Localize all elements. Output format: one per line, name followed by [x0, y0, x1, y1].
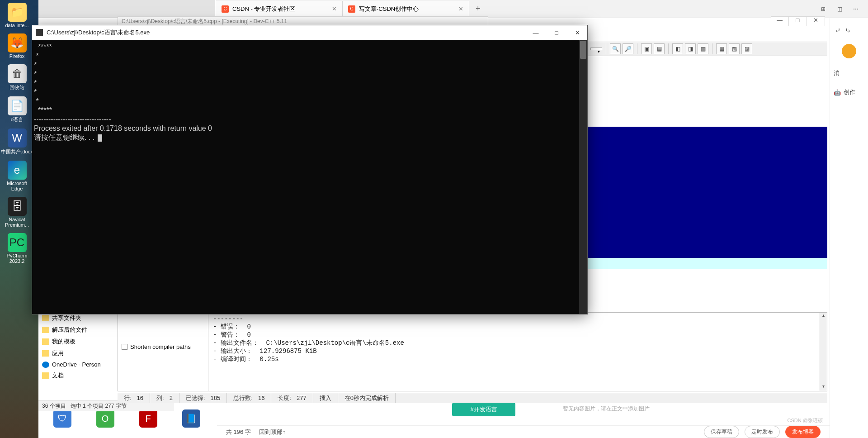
back-icon[interactable]: ⤶: [835, 26, 840, 35]
desktop-icon-clang[interactable]: 📄c语言: [0, 94, 34, 126]
sidebar-messages[interactable]: 消: [830, 64, 868, 83]
shorten-paths-checkbox[interactable]: Shorten compiler paths: [122, 343, 204, 350]
checkbox-icon[interactable]: [122, 344, 127, 350]
browser-ext-icon[interactable]: ◫: [835, 6, 844, 12]
cursor-icon: [98, 134, 102, 142]
tab-csdn-home[interactable]: C CSDN - 专业开发者社区 ✕: [216, 1, 343, 17]
close-icon[interactable]: ✕: [571, 29, 584, 36]
compiler-scrollbar-v[interactable]: ▴ ▾: [819, 313, 827, 391]
publish-button[interactable]: 发布博客: [785, 426, 821, 438]
console-body[interactable]: ***** * * * * * * ***** ----------------…: [32, 40, 587, 314]
debug-icon[interactable]: ▣: [641, 43, 652, 54]
sidebar-create[interactable]: 🤖 创作: [830, 83, 868, 102]
browser-close-icon[interactable]: ⋯: [851, 6, 861, 12]
robot-icon: 🤖: [834, 89, 841, 96]
maximize-icon[interactable]: □: [789, 16, 807, 26]
browser-menu-icon[interactable]: ⊞: [818, 6, 828, 12]
desktop-icon-mcm[interactable]: 📘全国大学生数学建模竞赛..: [174, 409, 208, 438]
tree-item[interactable]: 我的模板: [38, 336, 118, 348]
tab-title: CSDN - 专业开发者社区: [232, 5, 295, 13]
csdn-editor-footer: 共 196 字 回到顶部↑ 保存草稿 定时发布 发布博客: [217, 425, 830, 438]
close-icon[interactable]: ✕: [807, 16, 825, 26]
console-window: C:\Users\zjl\Desktop\c语言\未命名5.exe — □ ✕ …: [32, 25, 588, 314]
avatar[interactable]: [842, 44, 856, 58]
desktop-icon-anaconda[interactable]: OAnaconda Navigato...: [88, 409, 122, 438]
tree-item[interactable]: 文档: [38, 370, 118, 381]
minimize-icon[interactable]: —: [529, 29, 542, 36]
desktop-icon-data[interactable]: 📁data-inte...: [0, 0, 34, 31]
desktop-icon-edge[interactable]: eMicrosoft Edge: [0, 158, 34, 194]
upload-hint: 暂无内容图片，请在正文中添加图片: [563, 405, 650, 413]
file-explorer-tree: 共享文件夹 解压后的文件 我的模板 应用 OneDrive - Person 文…: [38, 312, 118, 407]
tab-csdn-write[interactable]: C 写文章-CSDN创作中心 ✕: [343, 1, 469, 17]
tree-item[interactable]: 解压后的文件: [38, 324, 118, 336]
console-icon: [36, 29, 43, 36]
tab-title: 写文章-CSDN创作中心: [359, 5, 419, 13]
top-partial-strip: [38, 0, 215, 18]
browser-tab-strip: C CSDN - 专业开发者社区 ✕ C 写文章-CSDN创作中心 ✕ + ⊞ …: [216, 0, 868, 18]
compiler-select[interactable]: [590, 48, 602, 50]
view2-icon[interactable]: ▧: [729, 43, 740, 54]
favicon-icon: C: [348, 5, 355, 13]
close-icon[interactable]: ✕: [332, 5, 337, 12]
goto-icon[interactable]: ◧: [672, 43, 683, 54]
desktop-icon-navicat[interactable]: 🗄Navicat Premium...: [0, 194, 34, 230]
favicon-icon: C: [222, 5, 229, 13]
scroll-down-icon[interactable]: ▾: [820, 384, 827, 391]
editor-selection: [588, 127, 827, 258]
close-icon[interactable]: ✕: [458, 5, 463, 12]
desktop-row-2: 🛡联想电脑管家 OAnaconda Navigato... FFlash中心 📘…: [45, 409, 208, 438]
scrollbar-thumb[interactable]: [580, 41, 586, 59]
compiler-output-text[interactable]: -------- - 错误： 0 - 警告： 0 - 输出文件名： C:\Use…: [208, 313, 819, 391]
tree-item-onedrive[interactable]: OneDrive - Person: [38, 359, 118, 370]
desktop-icon-recyclebin[interactable]: 🗑回收站: [0, 62, 34, 94]
desktop-icon-pycharm[interactable]: PCPyCharm 2023.2: [0, 230, 34, 267]
zoom-in-icon[interactable]: 🔍: [610, 43, 621, 54]
tree-item[interactable]: 应用: [38, 348, 118, 359]
scroll-up-icon[interactable]: ▴: [820, 313, 827, 320]
devcpp-editor[interactable]: [588, 127, 827, 269]
devcpp-status-bar: 行:16 列:2 已选择:185 总行数:16 长度:277 插入 在0秒内完成…: [118, 393, 827, 403]
compiler-left-pane: Shorten compiler paths: [118, 313, 208, 391]
goto2-icon[interactable]: ◨: [685, 43, 696, 54]
back-to-top[interactable]: 回到顶部↑: [259, 428, 286, 436]
word-count: 共 196 字: [226, 428, 251, 436]
devcpp-window-controls: — □ ✕: [771, 16, 825, 26]
minimize-icon[interactable]: —: [771, 16, 789, 26]
tag-badge[interactable]: #开发语言: [452, 403, 515, 416]
forward-icon[interactable]: ⤷: [845, 26, 851, 35]
desktop-icon-flash[interactable]: FFlash中心: [131, 409, 165, 438]
maximize-icon[interactable]: □: [550, 29, 563, 36]
devcpp-toolbar: 🔍 🔎 ▣ ▤ ◧ ◨ ▥ ▦ ▧ ▨: [588, 42, 827, 56]
save-draft-button[interactable]: 保存草稿: [704, 426, 739, 438]
console-title: C:\Users\zjl\Desktop\c语言\未命名5.exe: [47, 29, 150, 37]
console-scrollbar[interactable]: [579, 40, 587, 314]
new-tab-button[interactable]: +: [469, 4, 487, 14]
schedule-button[interactable]: 定时发布: [745, 426, 780, 438]
browser-window-controls: ⊞ ◫ ⋯: [818, 6, 868, 12]
zoom-out-icon[interactable]: 🔎: [623, 43, 633, 54]
view1-icon[interactable]: ▦: [716, 43, 727, 54]
console-output: ***** * * * * * * ***** ----------------…: [32, 40, 587, 145]
view3-icon[interactable]: ▨: [741, 43, 752, 54]
debug2-icon[interactable]: ▤: [654, 43, 665, 54]
compiler-output-panel: Shorten compiler paths -------- - 错误： 0 …: [118, 312, 827, 391]
console-titlebar[interactable]: C:\Users\zjl\Desktop\c语言\未命名5.exe — □ ✕: [32, 25, 587, 40]
csdn-watermark: CSDN @张瑾硕: [788, 417, 823, 424]
goto3-icon[interactable]: ▥: [698, 43, 708, 54]
devcpp-window-title: C:\Users\zjl\Desktop\c语言\未命名5.cpp - [Exe…: [118, 16, 488, 25]
desktop-icon-docx[interactable]: W中国共产.docx: [0, 126, 34, 158]
desktop-icon-lenovo[interactable]: 🛡联想电脑管家: [45, 409, 79, 438]
csdn-right-sidebar: ⤶ ⤷ 消 🤖 创作: [830, 18, 868, 438]
desktop-icon-firefox[interactable]: 🦊Firefox: [0, 31, 34, 62]
